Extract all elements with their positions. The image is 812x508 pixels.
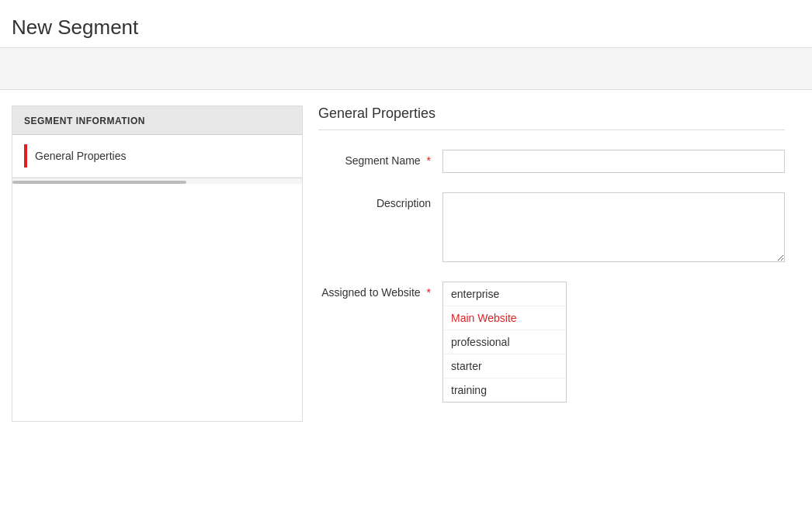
sidebar-scrollbar[interactable]: [12, 181, 186, 184]
segment-name-input[interactable]: [442, 150, 785, 173]
required-star-website: *: [427, 286, 431, 299]
website-select-list[interactable]: enterpriseMain Websiteprofessionalstarte…: [442, 282, 567, 403]
required-star-name: *: [427, 154, 431, 167]
segment-name-label: Segment Name *: [318, 150, 442, 167]
toolbar-bar: [0, 47, 812, 90]
sidebar-scrollbar-area: [12, 178, 302, 184]
assigned-to-website-row: Assigned to Website * enterpriseMain Web…: [318, 282, 785, 403]
list-item[interactable]: starter: [443, 354, 566, 378]
sidebar-item-general-properties[interactable]: General Properties: [12, 135, 302, 178]
sidebar-section-title: SEGMENT INFORMATION: [24, 116, 145, 126]
segment-name-row: Segment Name *: [318, 150, 785, 173]
list-item[interactable]: Main Website: [443, 306, 566, 330]
sidebar-section-header: SEGMENT INFORMATION: [12, 106, 302, 135]
list-item[interactable]: professional: [443, 330, 566, 354]
sidebar: SEGMENT INFORMATION General Properties: [12, 105, 303, 422]
form-section-title: General Properties: [318, 105, 785, 130]
list-item[interactable]: training: [443, 378, 566, 402]
sidebar-active-indicator: [24, 144, 27, 168]
page-header: New Segment: [0, 0, 812, 47]
main-content: SEGMENT INFORMATION General Properties G…: [0, 105, 812, 422]
description-row: Description: [318, 192, 785, 262]
description-label: Description: [318, 192, 442, 209]
assigned-to-website-label: Assigned to Website *: [318, 282, 442, 299]
description-textarea[interactable]: [442, 192, 785, 262]
form-area: General Properties Segment Name * Descri…: [303, 105, 800, 422]
list-item[interactable]: enterprise: [443, 282, 566, 306]
sidebar-item-label: General Properties: [35, 150, 127, 162]
page-title: New Segment: [12, 16, 800, 40]
